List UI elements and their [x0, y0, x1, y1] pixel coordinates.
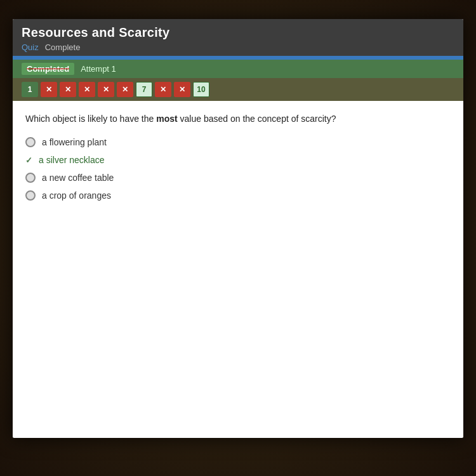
answer-option-2[interactable]: ✓a silver necklace [25, 155, 451, 165]
question-nav-btn-3[interactable]: ✕ [60, 82, 76, 97]
question-nav: 1✕✕✕✕✕7✕✕10 [13, 78, 463, 101]
completed-bar: Completed Attempt 1 [13, 60, 463, 78]
answer-options: a flowering plant✓a silver necklacea new… [25, 137, 451, 201]
answer-option-3[interactable]: a new coffee table [25, 173, 451, 183]
page-header: Resources and Scarcity Quiz Complete [13, 19, 463, 56]
page-title: Resources and Scarcity [22, 25, 454, 40]
answer-option-1[interactable]: a flowering plant [25, 137, 451, 147]
checkmark-icon: ✓ [25, 155, 32, 165]
attempt-label: Attempt 1 [81, 64, 116, 74]
question-text: Which object is likely to have the most … [25, 112, 451, 126]
question-nav-btn-10[interactable]: 10 [193, 82, 209, 97]
answer-option-4[interactable]: a crop of oranges [25, 190, 451, 201]
answer-label-1: a flowering plant [42, 137, 107, 147]
radio-circle-1 [25, 137, 36, 147]
question-text-after: value based on the concept of scarcity? [178, 114, 336, 124]
breadcrumb: Quiz Complete [22, 43, 454, 52]
breadcrumb-complete: Complete [45, 43, 81, 52]
question-nav-btn-5[interactable]: ✕ [98, 82, 114, 97]
answer-label-4: a crop of oranges [42, 190, 111, 201]
question-nav-btn-8[interactable]: ✕ [155, 82, 171, 97]
question-text-before: Which object is likely to have the [25, 114, 156, 124]
answer-label-3: a new coffee table [42, 173, 114, 183]
question-bold-word: most [156, 114, 177, 124]
question-nav-btn-6[interactable]: ✕ [117, 82, 133, 97]
screen-container: Resources and Scarcity Quiz Complete Com… [13, 19, 463, 438]
radio-circle-3 [25, 173, 36, 183]
question-nav-btn-2[interactable]: ✕ [41, 82, 57, 97]
question-nav-btn-9[interactable]: ✕ [174, 82, 190, 97]
completed-badge: Completed [22, 63, 74, 75]
question-content: Which object is likely to have the most … [13, 101, 463, 220]
question-nav-btn-4[interactable]: ✕ [79, 82, 95, 97]
breadcrumb-quiz[interactable]: Quiz [22, 43, 39, 52]
radio-circle-4 [25, 190, 36, 201]
answer-label-2: a silver necklace [39, 155, 105, 165]
question-nav-btn-7[interactable]: 7 [136, 82, 152, 97]
question-nav-btn-1[interactable]: 1 [22, 82, 38, 97]
